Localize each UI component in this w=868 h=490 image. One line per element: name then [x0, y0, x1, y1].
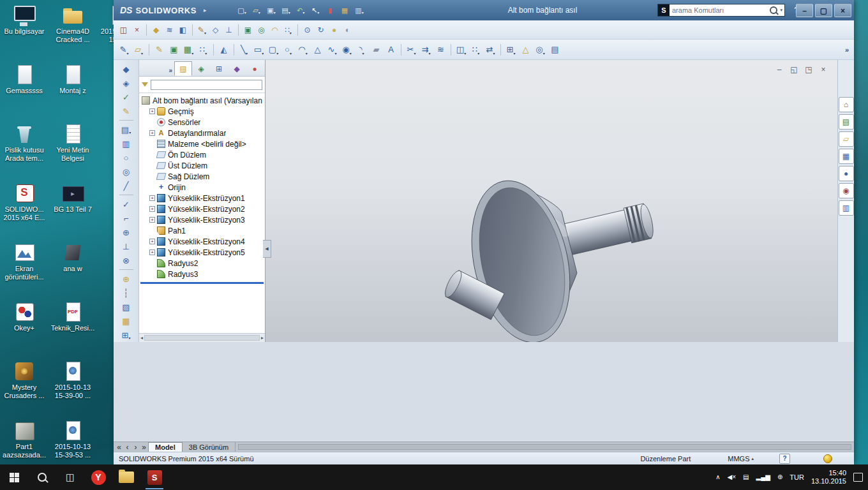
prev-tab-icon[interactable]: ‹	[123, 443, 131, 452]
tree-expander-icon[interactable]: +	[149, 130, 155, 136]
panel-tabs-overflow-icon[interactable]: »	[168, 67, 174, 76]
tab-3d-views[interactable]: 3B Görünüm	[183, 442, 236, 452]
center-mark-icon[interactable]: ⊕	[118, 272, 135, 286]
feature-grid-icon[interactable]: ▦▾	[181, 41, 196, 57]
file-explorer-icon[interactable]: ▱	[839, 131, 854, 147]
mirror-entities-icon[interactable]: ◫▾	[454, 41, 468, 57]
extrude-feature-icon[interactable]: ▣	[167, 41, 181, 57]
feature-tree-item[interactable]: +Detaylandırmalar	[139, 128, 265, 138]
revolved-boss-icon[interactable]: ◎	[255, 23, 268, 37]
desktop-icon[interactable]: Mystery Crusaders ...	[1, 359, 47, 418]
start-button[interactable]	[0, 464, 28, 490]
dropdown-caret-icon[interactable]: ▾	[246, 51, 248, 56]
desktop-icon[interactable]: ana w	[50, 240, 96, 299]
dropdown-caret-icon[interactable]: ▾	[290, 31, 292, 35]
trim-entities-icon[interactable]: ✂▾	[404, 41, 419, 57]
tree-expander-icon[interactable]: +	[149, 239, 155, 244]
desktop-icon[interactable]: Gemasssss	[1, 62, 47, 121]
feature-tree-root[interactable]: Alt bom bağlantı asıl (Varsayılan	[139, 95, 265, 106]
status-help-icon[interactable]: ?	[779, 454, 790, 464]
file-explorer-button[interactable]	[112, 464, 140, 490]
geometric-tolerance-icon[interactable]: ⊕	[118, 225, 135, 239]
appearances-icon[interactable]: ●	[327, 23, 341, 37]
dropdown-caret-icon[interactable]: ▾	[362, 10, 364, 15]
dropdown-caret-icon[interactable]: ▾	[290, 51, 292, 56]
zoom-fit-icon[interactable]: ⊙	[301, 23, 314, 37]
desktop-icon[interactable]: Bu bilgisayar	[1, 3, 47, 62]
units-caret-icon[interactable]: ▴	[751, 456, 754, 461]
feature-tree-item[interactable]: +Geçmiş	[139, 106, 265, 117]
desktop-icon[interactable]: Ekran görüntüleri...	[1, 240, 47, 299]
next-tab-icon[interactable]: ›	[131, 443, 140, 452]
panel-collapse-arrow[interactable]: ◀	[263, 240, 271, 258]
new-folder-icon[interactable]: ▱▾	[131, 41, 146, 57]
dropdown-caret-icon[interactable]: ▾	[513, 51, 515, 56]
sketch-circle-icon[interactable]: ○▾	[281, 41, 296, 57]
sketch-polygon-icon[interactable]: △	[310, 41, 325, 57]
clock[interactable]: 15:40 13.10.2015	[811, 469, 846, 486]
keyboard-icon[interactable]: ▤	[743, 472, 749, 482]
desktop-icon[interactable]: Cinema4D Cracked ...	[50, 3, 96, 62]
hidden-icons-chevron-icon[interactable]: ∧	[715, 472, 720, 482]
note-icon[interactable]: ▤▾	[118, 122, 135, 137]
tables-icon[interactable]: ⊞▾	[118, 328, 135, 342]
spell-checker-icon[interactable]: ✓	[118, 90, 135, 104]
tree-expander-icon[interactable]: +	[149, 249, 155, 255]
datum-feature-icon[interactable]: ⊥	[118, 239, 135, 253]
tree-expander-icon[interactable]: +	[149, 195, 155, 201]
feature-tree-item[interactable]: +Yükseklik-Ekstrüzyon1	[139, 193, 265, 204]
centerline-icon[interactable]: ┆	[118, 286, 135, 300]
dropdown-caret-icon[interactable]: ▾	[141, 51, 143, 56]
sketch-fillet-icon[interactable]: ◝▾	[354, 41, 369, 57]
smart-dimension-icon[interactable]: ◇	[209, 23, 222, 37]
globe-icon[interactable]: ⊕	[777, 472, 782, 482]
dropdown-caret-icon[interactable]: ▾	[274, 10, 276, 15]
tab-model[interactable]: Model	[148, 442, 183, 452]
move-entities-icon[interactable]: ⇄▾	[483, 41, 498, 57]
first-tab-icon[interactable]: «	[115, 443, 123, 452]
sketch-pattern-icon[interactable]: ∷▾	[468, 41, 483, 57]
sketch-tool-icon[interactable]: ✎▾	[117, 41, 131, 57]
volume-muted-icon[interactable]: ◀×	[727, 472, 736, 482]
feature-tree-item[interactable]: Ön Düzlem	[139, 149, 265, 160]
balloon-icon[interactable]: ○	[118, 151, 135, 165]
search-input[interactable]	[670, 6, 767, 14]
save-icon[interactable]: ▣▾	[264, 4, 279, 17]
resources-home-icon[interactable]: ⌂	[839, 97, 854, 112]
dropdown-caret-icon[interactable]: ▾	[262, 51, 264, 56]
desktop-icon[interactable]: Pislik kutusu Arada tem...	[1, 121, 47, 181]
doc-restore-icon[interactable]: ◱	[789, 65, 799, 74]
taskbar-search-button[interactable]	[28, 464, 56, 490]
dimxpertmanager-tab-icon[interactable]: ◆	[228, 61, 246, 76]
area-hatch-icon[interactable]: ▨	[118, 300, 135, 314]
close-doc-icon[interactable]: ×	[130, 23, 144, 37]
quick-snaps-icon[interactable]: ◎▾	[533, 41, 548, 57]
sketch-ellipse-icon[interactable]: ◉▾	[340, 41, 354, 57]
panel-horizontal-scrollbar[interactable]: ◂ ▸	[139, 333, 265, 342]
horizontal-scrollbar-track[interactable]	[238, 444, 851, 450]
display-relations-icon[interactable]: ⊞▾	[504, 41, 518, 57]
sketch-line-icon[interactable]: ╲▾	[237, 41, 251, 57]
dropdown-caret-icon[interactable]: ▾	[276, 51, 278, 56]
featuremanager-tab-icon[interactable]: ▤	[174, 61, 192, 76]
sketch-plane-icon[interactable]: ▰	[369, 41, 384, 57]
graphics-viewport[interactable]: –◱◳×	[266, 60, 837, 342]
feature-tree-item[interactable]: Üst Düzlem	[139, 160, 265, 171]
yandex-browser-button[interactable]: Y	[84, 464, 112, 490]
section-view-icon[interactable]: ◧	[176, 23, 190, 37]
feature-tree-item[interactable]: Sensörler	[139, 117, 265, 128]
instant2d-icon[interactable]: ◭	[216, 41, 231, 57]
displaymanager-tab-icon[interactable]: ●	[246, 61, 264, 76]
minimize-button[interactable]: –	[796, 4, 813, 17]
close-button[interactable]: ×	[834, 4, 851, 17]
magnetic-line-icon[interactable]: ╱	[118, 179, 135, 193]
extruded-boss-icon[interactable]: ▣	[241, 23, 255, 37]
dropdown-caret-icon[interactable]: ▾	[244, 10, 246, 15]
feature-tree-item[interactable]: Orijin	[139, 182, 265, 193]
units-selector[interactable]: MMGS ▴	[728, 455, 754, 463]
dropdown-caret-icon[interactable]: ▾	[129, 130, 131, 135]
status-notification-icon[interactable]	[823, 454, 832, 463]
desktop-icon[interactable]: SOLIDWO... 2015 x64 E...	[1, 181, 47, 240]
maximize-button[interactable]: ▢	[815, 4, 832, 17]
configurationmanager-tab-icon[interactable]: ⊞	[210, 61, 228, 76]
